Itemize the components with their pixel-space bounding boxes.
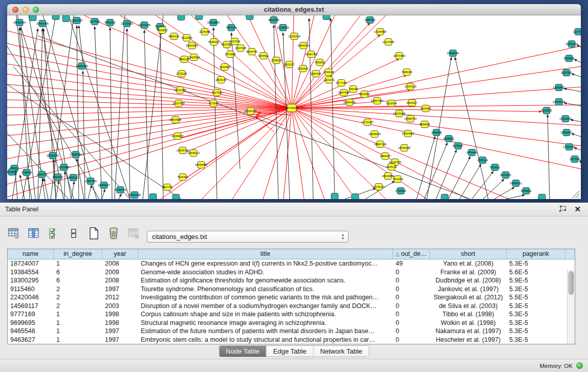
citation-edge[interactable] [309,18,313,199]
citation-edge[interactable] [201,108,292,168]
graph-node[interactable]: 2935114 [477,157,488,164]
citation-edge[interactable] [183,108,292,154]
tab-network-table[interactable]: Network Table [314,346,369,357]
table-row[interactable]: 969969511998Structural magnetic resonanc… [8,319,575,327]
network-window-titlebar[interactable]: citations_edges.txt [7,4,581,15]
table-cell[interactable]: 9465546 [8,327,54,336]
graph-node[interactable]: 13218506 [277,25,289,31]
table-cell[interactable]: 0 [393,293,430,302]
citation-edge[interactable] [292,108,581,169]
citation-edge[interactable] [39,179,43,199]
table-cell[interactable]: 6 [54,268,102,277]
graph-node[interactable]: 746266 [349,86,358,93]
table-cell[interactable]: 0 [393,285,430,294]
graph-node[interactable] [178,15,185,20]
table-cell[interactable]: 2 [54,293,102,302]
table-cell[interactable]: Tibbo et al. (1998) [430,310,507,319]
citation-edge[interactable] [7,74,292,108]
graph-node[interactable]: 2687682 [365,17,376,24]
graph-node[interactable]: 5912954 [182,35,192,41]
table-cell[interactable]: 5.3E-5 [507,310,565,319]
delete-columns-icon[interactable] [107,227,120,240]
table-cell[interactable]: Estimation of the future numbers of pati… [138,327,393,336]
graph-node[interactable]: 1167534 [570,156,580,163]
citation-edge[interactable] [292,108,581,125]
citation-edge[interactable] [102,189,105,199]
table-cell[interactable]: 2009 [102,268,138,277]
graph-node[interactable] [538,194,546,200]
graph-node[interactable]: 10688609 [368,131,381,138]
column-header-year[interactable]: year [102,249,138,259]
table-scrollbar[interactable] [567,270,575,344]
citation-edge[interactable] [564,89,581,92]
table-row[interactable]: 977716911998Corpus callosum shape and si… [8,310,575,319]
table-cell[interactable]: Estimation of significance thresholds fo… [138,276,393,285]
graph-node[interactable]: 1640934 [431,129,442,136]
graph-node[interactable]: 1527602 [90,18,100,25]
graph-node[interactable] [246,15,253,20]
network-canvas[interactable]: 2405572420691406106532871527602846616010… [7,15,581,199]
citation-edge[interactable] [7,64,292,108]
table-cell[interactable]: 0 [393,276,430,285]
table-cell[interactable]: 0 [393,310,430,319]
graph-node[interactable]: 16958107 [98,182,110,189]
tab-edge-table[interactable]: Edge Table [267,346,314,357]
table-mode-icon[interactable] [7,227,20,240]
citation-edge[interactable] [160,32,163,199]
graph-node[interactable]: 19166827 [171,133,184,140]
table-cell[interactable]: 0 [393,327,430,336]
table-cell[interactable]: 1997 [102,285,138,294]
graph-node[interactable]: 12213381 [382,39,395,46]
citation-edge[interactable] [213,28,217,199]
table-cell[interactable]: 1998 [102,310,138,319]
table-cell[interactable]: 18724007 [8,259,54,268]
graph-node[interactable] [29,15,36,21]
select-columns-icon[interactable] [47,227,60,240]
graph-node[interactable]: 12923448 [128,192,141,199]
citation-edge[interactable] [292,105,581,108]
show-columns-icon[interactable] [27,227,40,240]
table-cell[interactable]: 0 [393,268,430,277]
citation-edge[interactable] [292,108,324,199]
column-header-title[interactable]: title [138,249,393,259]
citation-edge[interactable] [292,108,541,112]
citation-edge[interactable] [7,100,292,108]
table-cell[interactable]: 6 [54,276,102,285]
table-cell[interactable]: 2008 [102,276,138,285]
graph-node[interactable]: 8466160 [105,19,116,26]
new-column-icon[interactable] [87,227,100,240]
table-scrollbar-thumb[interactable] [569,271,574,295]
graph-node[interactable]: 8215935 [541,107,552,114]
table-cell[interactable]: 5.3E-5 [507,327,565,336]
graph-node[interactable] [62,15,70,22]
table-cell[interactable]: Tourette syndrome. Phenomenology and cla… [138,285,393,294]
column-header-short[interactable]: short [430,249,507,259]
citation-edge[interactable] [292,108,355,199]
table-cell[interactable]: 0 [393,319,430,327]
graph-node[interactable] [441,194,448,200]
graph-node[interactable]: 917008 [209,100,218,107]
graph-node[interactable]: 11325419 [288,33,300,40]
table-cell[interactable]: Wolkin et al. (1998) [430,319,507,327]
citation-edge[interactable] [292,67,581,108]
graph-node[interactable]: 1117534 [573,29,581,35]
graph-node[interactable]: 9146821 [258,53,269,59]
table-cell[interactable]: Disruption of a novel member of a sodium… [138,302,393,311]
table-cell[interactable]: de Silva et al. (2003) [430,302,507,311]
graph-node[interactable]: 1942737 [37,171,48,178]
citation-edge[interactable] [15,172,17,199]
graph-node[interactable]: 15751074 [565,41,578,48]
graph-node[interactable]: 1156809 [21,169,32,176]
table-cell[interactable]: 2012 [102,293,138,302]
graph-node[interactable] [352,194,359,200]
graph-node[interactable]: 16782753 [114,187,126,193]
graph-node[interactable]: 9777169 [336,80,347,86]
graph-node[interactable]: 2367608 [235,45,246,52]
table-cell[interactable]: 2003 [102,302,138,311]
citation-edge[interactable] [20,175,25,199]
table-row[interactable]: 1456911722003Disruption of a novel membe… [8,302,575,311]
graph-node[interactable]: 7485063 [402,69,412,76]
graph-node[interactable]: 1662615 [298,65,309,72]
table-cell[interactable]: Investigating the contribution of common… [138,293,393,302]
table-cell[interactable]: 9777169 [8,310,54,319]
